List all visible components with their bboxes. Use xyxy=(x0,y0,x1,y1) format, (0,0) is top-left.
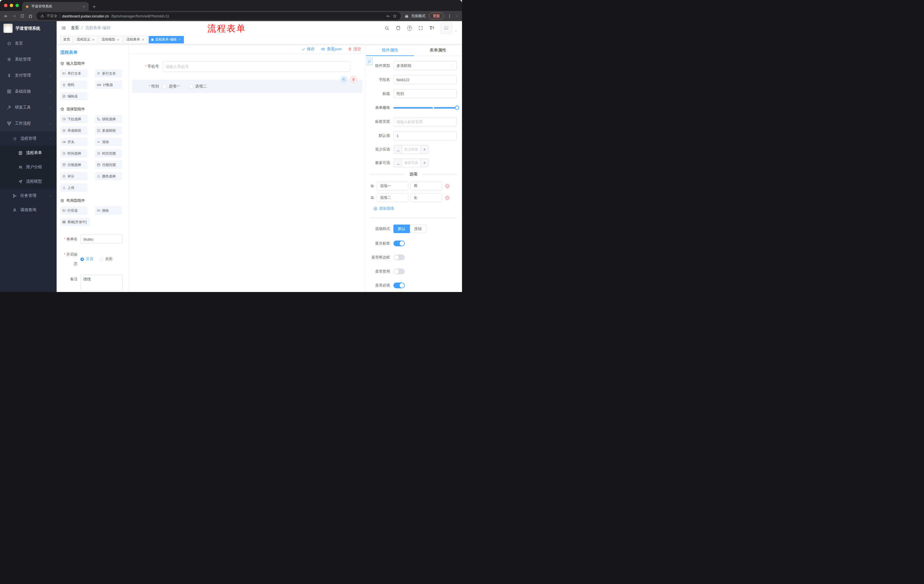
label-width-input[interactable] xyxy=(393,117,457,126)
canvas-field-phone[interactable]: 手机号 xyxy=(132,61,362,72)
tag-process-definition[interactable]: 流程定义 xyxy=(74,36,97,43)
status-radio-on[interactable]: 开启 xyxy=(80,257,93,262)
drag-handle-icon[interactable] xyxy=(370,184,375,188)
help-icon[interactable]: ? xyxy=(407,26,412,31)
style-default-button[interactable]: 默认 xyxy=(393,225,410,233)
border-toggle[interactable] xyxy=(393,255,405,260)
max-select-value[interactable]: 最多可选 xyxy=(402,159,420,167)
style-button-button[interactable]: 按钮 xyxy=(410,225,426,233)
sidebar-item-process-model[interactable]: 流程模型 xyxy=(0,174,57,189)
stepper-plus-button[interactable] xyxy=(420,159,429,167)
palette-item-cascader[interactable]: 级联选择 xyxy=(95,115,122,123)
disabled-toggle[interactable] xyxy=(393,268,405,274)
checkbox-box[interactable] xyxy=(162,84,167,88)
forward-icon[interactable] xyxy=(12,14,16,18)
sidebar-item-process-form[interactable]: 流程表单 xyxy=(0,146,57,160)
delete-widget-button[interactable] xyxy=(350,76,357,83)
tab-component-props[interactable]: 组件属性 xyxy=(366,44,414,56)
palette-item-row-container[interactable]: 行容器 xyxy=(60,207,87,215)
tag-process-model[interactable]: 流程模型 xyxy=(99,36,122,43)
tab-form-props[interactable]: 表单属性 xyxy=(414,44,462,56)
palette-item-slider[interactable]: 滑块 xyxy=(95,138,122,146)
breadcrumb-home[interactable]: 首页 xyxy=(71,25,79,31)
browser-menu-icon[interactable] xyxy=(447,14,452,18)
home-browser-icon[interactable] xyxy=(28,14,33,18)
github-icon[interactable] xyxy=(396,25,401,31)
chevron-down-icon[interactable] xyxy=(455,14,459,18)
avatar-caret-icon[interactable] xyxy=(454,30,457,33)
slider-handle[interactable] xyxy=(455,106,459,110)
traffic-light-minimize[interactable] xyxy=(10,4,13,7)
palette-item-radio-group[interactable]: 单选框组 xyxy=(60,127,87,135)
component-type-select[interactable]: 多选框组 xyxy=(393,61,457,70)
back-icon[interactable] xyxy=(3,14,8,18)
sidebar-item-process-management[interactable]: 流程管理 xyxy=(0,132,57,146)
stepper-minus-button[interactable] xyxy=(394,145,402,153)
option-value-input[interactable] xyxy=(411,193,442,202)
drag-handle-icon[interactable] xyxy=(370,196,375,200)
palette-item-multi-text[interactable]: 多行文本 xyxy=(95,69,122,77)
sidebar-item-home[interactable]: 首页 xyxy=(0,35,57,51)
save-button[interactable]: 保存 xyxy=(301,46,315,52)
sidebar-item-user-group[interactable]: 用户分组 xyxy=(0,160,57,174)
palette-item-single-text[interactable]: 单行文本 xyxy=(60,69,87,77)
view-json-button[interactable]: 查看json xyxy=(321,46,342,52)
canvas-field-gender-selected[interactable]: 性别 选项一 选项二 xyxy=(132,80,362,93)
stepper-minus-button[interactable] xyxy=(394,159,402,167)
palette-item-rate[interactable]: 评分 xyxy=(60,172,87,180)
option-label-input[interactable] xyxy=(377,193,408,202)
avatar[interactable] xyxy=(441,22,452,34)
url-field[interactable]: 不安全 dashboard.yudao.iocoder.cn/bpm/manag… xyxy=(36,12,401,20)
sidebar-item-devtools[interactable]: 研发工具 xyxy=(0,99,57,115)
bookmark-star-icon[interactable] xyxy=(393,14,397,18)
sidebar-item-task-management[interactable]: 任务管理 xyxy=(0,189,57,203)
sidebar-item-leave-query[interactable]: 请假查询 xyxy=(0,203,57,217)
search-icon[interactable] xyxy=(384,26,389,31)
duplicate-widget-button[interactable] xyxy=(340,76,347,83)
sidebar-toggle-icon[interactable] xyxy=(61,25,66,31)
font-size-icon[interactable]: TT xyxy=(429,26,434,31)
palette-item-date-range[interactable]: 日期范围 xyxy=(95,161,122,169)
clear-button[interactable]: 清空 xyxy=(348,46,361,52)
tag-process-form[interactable]: 流程表单 xyxy=(124,36,147,43)
form-name-input[interactable] xyxy=(80,235,123,244)
add-option-button[interactable]: 添加选项 xyxy=(373,206,457,211)
show-label-toggle[interactable] xyxy=(393,240,405,246)
palette-item-editor[interactable]: 编辑器 xyxy=(60,92,87,100)
stepper-plus-button[interactable] xyxy=(420,145,429,153)
remove-option-button[interactable] xyxy=(445,196,450,200)
phone-input[interactable] xyxy=(162,61,350,72)
palette-item-table[interactable]: 表格[开发中] xyxy=(60,218,90,226)
checkbox-box[interactable] xyxy=(189,84,193,88)
palette-item-time-range[interactable]: 时间范围 xyxy=(95,150,122,158)
title-input[interactable] xyxy=(393,89,457,98)
gender-option-2[interactable]: 选项二 xyxy=(189,84,207,89)
new-tab-icon[interactable] xyxy=(92,5,96,9)
min-select-value[interactable]: 至少应选 xyxy=(402,145,420,153)
palette-item-counter[interactable]: 123计数器 xyxy=(95,81,122,89)
required-toggle[interactable] xyxy=(393,283,405,288)
sidebar-item-infrastructure[interactable]: 基础设施 xyxy=(0,84,57,99)
sidebar-item-payment[interactable]: 支付管理 xyxy=(0,67,57,84)
traffic-light-zoom[interactable] xyxy=(15,4,19,7)
password-key-icon[interactable] xyxy=(386,14,390,18)
palette-item-color-picker[interactable]: 颜色选择 xyxy=(95,172,122,180)
palette-item-select[interactable]: 下拉选择 xyxy=(60,115,87,123)
remove-option-button[interactable] xyxy=(445,184,450,189)
sidebar-item-workflow[interactable]: 工作流程 xyxy=(0,115,57,132)
status-radio-off[interactable]: 关闭 xyxy=(99,257,112,262)
option-label-input[interactable] xyxy=(377,182,408,190)
palette-item-switch[interactable]: 开关 xyxy=(60,138,87,146)
fullscreen-icon[interactable] xyxy=(418,26,423,31)
grid-slider[interactable] xyxy=(393,103,457,112)
gender-option-1[interactable]: 选项一 xyxy=(162,84,180,89)
sidebar-item-system[interactable]: 系统管理 xyxy=(0,51,57,67)
palette-item-date-picker[interactable]: 日期选择 xyxy=(60,161,87,169)
tag-process-form-edit[interactable]: 流程表单-编辑 xyxy=(148,36,184,43)
reload-icon[interactable] xyxy=(20,14,25,18)
form-remark-textarea[interactable]: 嘿嘿 xyxy=(80,275,123,291)
palette-item-button[interactable]: 按钮 xyxy=(95,207,122,215)
tag-close-icon[interactable] xyxy=(142,38,145,41)
tag-close-icon[interactable] xyxy=(178,38,181,41)
palette-item-time-picker[interactable]: 时间选择 xyxy=(60,150,87,158)
